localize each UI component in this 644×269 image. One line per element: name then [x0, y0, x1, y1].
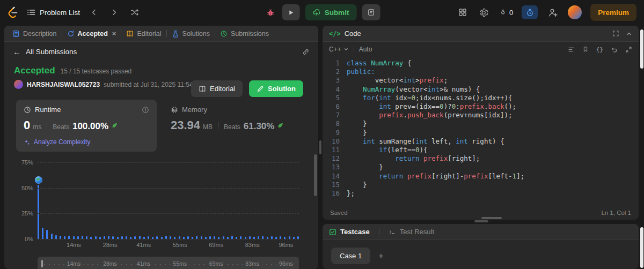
memory-chip-icon [171, 106, 178, 114]
code-line[interactable]: 6 int prev=(idx==0)?0:prefix.back(); [323, 102, 639, 111]
chart-range-brush[interactable]: 14ms28ms41ms55ms69ms83ms96ms [38, 257, 299, 269]
reset-code-button[interactable] [611, 46, 618, 53]
layout-button[interactable] [456, 6, 469, 19]
language-select[interactable]: C++ [329, 46, 349, 53]
runtime-bar[interactable] [51, 234, 53, 239]
flame-icon [499, 9, 507, 17]
problem-list-button[interactable]: Problem List [27, 8, 80, 17]
chart-plot: 75%50%25%0% [38, 162, 299, 239]
code-panel-title[interactable]: Code [345, 29, 361, 38]
chevron-down-icon [343, 47, 349, 52]
tab-editorial[interactable]: Editorial [121, 26, 166, 41]
premium-button[interactable]: Premium [590, 4, 636, 21]
user-avatar[interactable] [568, 5, 582, 19]
collapse-code-panel-button[interactable] [626, 31, 632, 37]
panel-resize-handle-vertical[interactable] [319, 140, 321, 154]
user-marker-globe-icon[interactable] [35, 176, 42, 184]
analyze-complexity-link[interactable]: Analyze Complexity [24, 138, 149, 146]
line-number: 15 [323, 181, 340, 189]
tab-description[interactable]: Description [8, 26, 62, 41]
tab-submissions-label: Submissions [231, 30, 269, 38]
format-code-button[interactable] [568, 46, 575, 53]
runtime-bar[interactable] [55, 235, 57, 239]
bookmark-button[interactable] [582, 46, 589, 53]
solution-button[interactable]: Solution [249, 80, 303, 97]
code-line[interactable]: 13 } [323, 163, 639, 171]
braces-icon[interactable]: {} [596, 46, 603, 53]
memory-label: Memory [182, 106, 207, 114]
editorial-button[interactable]: Editorial [191, 80, 243, 97]
next-problem-button[interactable] [108, 6, 121, 19]
shuffle-button[interactable] [128, 6, 141, 19]
expand-code-panel-button[interactable] [612, 30, 619, 37]
submitter-name[interactable]: HARSHJAISWAL052723 [27, 81, 100, 88]
close-tab-icon[interactable]: × [112, 29, 116, 38]
tab-testcase[interactable]: Testcase [329, 228, 370, 236]
chart-xtick-label: 83ms [245, 242, 260, 248]
back-arrow-icon[interactable]: ← [13, 47, 21, 56]
streak-counter[interactable]: 0 [499, 9, 513, 17]
panel-resize-handle-horizontal[interactable] [474, 220, 488, 222]
brush-handle[interactable] [41, 260, 43, 267]
case-1-button[interactable]: Case 1 [331, 248, 370, 264]
settings-button[interactable] [478, 6, 491, 19]
copy-link-button[interactable] [302, 48, 310, 56]
memory-beats-value: 61.30% [244, 121, 275, 132]
runtime-bar[interactable] [38, 185, 39, 239]
left-panel-scrollbar[interactable] [314, 154, 317, 196]
code-line[interactable]: 7 prefix.push_back(prev+nums[idx]); [323, 111, 639, 119]
code-line[interactable]: 4 NumArray(vector<int>& nums) { [323, 85, 639, 94]
chart-xtick-label: 96ms [279, 242, 293, 248]
code-line[interactable]: 12 return prefix[right]; [323, 154, 639, 163]
runtime-label: Runtime [35, 106, 61, 114]
brush-tick-label: 55ms [170, 260, 189, 267]
code-line[interactable]: 2public: [323, 68, 639, 76]
leetcode-logo[interactable] [8, 6, 19, 18]
code-line[interactable]: 16}; [323, 189, 639, 198]
memory-value: 23.94 [171, 118, 200, 132]
maximize-editor-button[interactable] [625, 46, 632, 53]
code-line[interactable]: 9 } [323, 129, 639, 137]
code-line[interactable]: 3 vector<int>prefix; [323, 76, 639, 85]
window-scrollbar-thumb-bottom[interactable] [640, 227, 643, 268]
code-line[interactable]: 14 return prefix[right]-prefix[left-1]; [323, 172, 639, 181]
code-editor[interactable]: 1class NumArray {2public:3 vector<int>pr… [323, 57, 639, 198]
runtime-bar[interactable] [42, 228, 43, 239]
runtime-card[interactable]: Runtime 0 ms Beats 100.00% [16, 100, 157, 152]
code-line[interactable]: 8 } [323, 119, 639, 128]
timer-button[interactable] [522, 5, 538, 19]
code-line[interactable]: 10 int sumRange(int left, int right) { [323, 137, 639, 146]
notes-button[interactable] [362, 4, 380, 20]
tab-accepted[interactable]: Accepted × [62, 26, 121, 41]
invite-user-button[interactable] [546, 6, 559, 19]
code-line[interactable]: 15 } [323, 181, 639, 189]
code-line[interactable]: 5 for(int idx=0;idx<nums.size();idx++){ [323, 94, 639, 102]
tab-submissions[interactable]: Submissions [215, 26, 274, 41]
info-icon[interactable] [142, 106, 149, 114]
submitter-avatar[interactable] [14, 80, 23, 89]
note-icon [367, 9, 375, 16]
code-line[interactable]: 1class NumArray { [323, 59, 639, 68]
runtime-bar[interactable] [46, 230, 48, 239]
memory-unit: MB [203, 123, 213, 131]
tab-test-result[interactable]: Test Result [389, 228, 434, 236]
run-button[interactable] [282, 4, 300, 20]
add-case-button[interactable]: + [378, 251, 383, 261]
code-line[interactable]: 11 if(left==0){ [323, 146, 639, 154]
all-submissions-link[interactable]: All Submissions [26, 48, 77, 56]
solution-button-label: Solution [268, 85, 296, 93]
window-scrollbar-thumb-top[interactable] [640, 29, 643, 69]
prev-problem-button[interactable] [87, 6, 100, 19]
debug-button[interactable] [264, 6, 277, 19]
editor-horizontal-scrollbar[interactable] [344, 217, 630, 219]
tab-solutions[interactable]: Solutions [167, 26, 215, 41]
expand-diagonal-icon [625, 46, 632, 53]
chart-xtick-label: 28ms [103, 242, 118, 248]
chart-xtick-label: 69ms [209, 242, 223, 248]
chart-xticks: 14ms28ms41ms55ms69ms83ms96ms [38, 242, 299, 250]
leetcode-logo-icon [8, 6, 19, 18]
clock-icon [24, 106, 31, 114]
submit-button[interactable]: Submit [305, 4, 357, 20]
auto-toggle[interactable]: Auto [359, 46, 372, 53]
memory-card[interactable]: Memory 23.94 MB Beats 61.30% [157, 100, 306, 152]
